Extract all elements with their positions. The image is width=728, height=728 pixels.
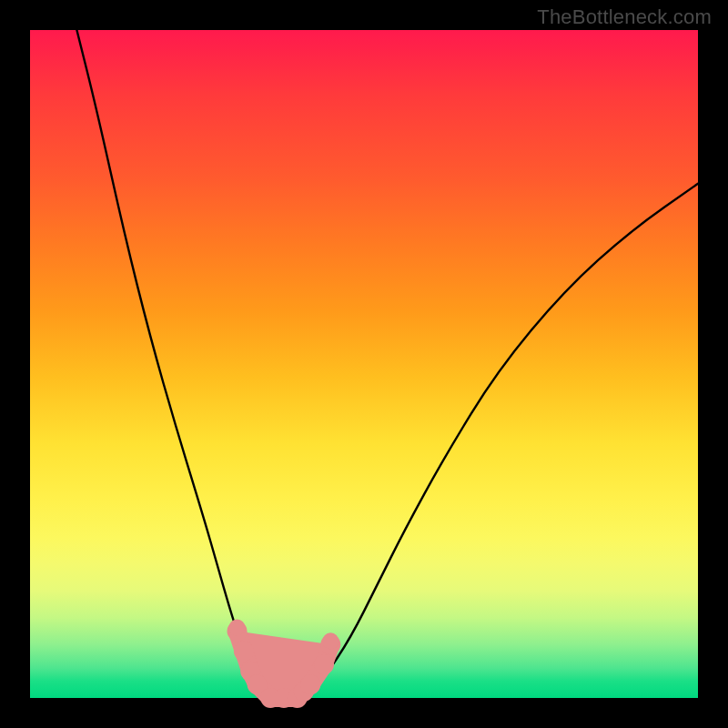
chart-plot-area: [30, 30, 698, 698]
marker-dot: [234, 642, 254, 662]
bottleneck-curve: [76, 30, 698, 698]
watermark-text: TheBottleneck.com: [537, 5, 712, 29]
marker-dot: [314, 654, 334, 674]
marker-dot: [322, 632, 339, 649]
chart-svg: [30, 30, 698, 698]
marker-dot: [229, 620, 246, 636]
marker-dot: [300, 674, 320, 694]
